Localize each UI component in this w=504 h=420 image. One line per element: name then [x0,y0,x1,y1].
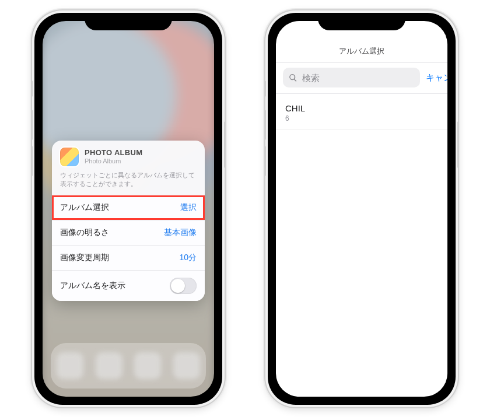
notch [85,13,172,30]
row-interval-label: 画像変更周期 [60,253,109,263]
row-interval-value: 10分 [179,253,197,263]
power-button [224,121,225,168]
popup-title: PHOTO ALBUM [85,149,142,158]
album-count: 6 [285,114,438,123]
album-list: CHIL 6 [276,94,447,130]
volume-down [32,146,33,176]
volume-up [32,110,33,140]
album-name: CHIL [285,103,438,114]
search-input[interactable] [301,72,414,83]
row-show-album-name[interactable]: アルバム名を表示 [52,271,205,301]
row-interval[interactable]: 画像変更周期 10分 [52,246,205,271]
show-album-name-toggle[interactable] [170,278,197,294]
list-item[interactable]: CHIL 6 [276,99,447,130]
mute-switch [265,80,266,97]
app-icon [60,148,79,166]
row-brightness-label: 画像の明るさ [60,228,109,238]
volume-up [265,110,266,140]
row-album-select-label: アルバム選択 [60,202,109,213]
cancel-button[interactable]: キャンセル [426,72,447,83]
row-brightness-value: 基本画像 [164,228,197,238]
power-button [457,121,458,168]
notch [318,13,405,30]
volume-down [265,146,266,176]
search-field[interactable] [283,68,420,88]
row-album-select-value: 選択 [180,202,197,213]
toggle-knob [171,279,185,293]
navbar-title: アルバム選択 [339,46,384,57]
mute-switch [32,80,33,97]
popup-subtitle: Photo Album [85,158,142,165]
phone-mock-left: PHOTO ALBUM Photo Album ウィジェットごとに異なるアルバム… [32,10,225,407]
row-album-select[interactable]: アルバム選択 選択 [52,195,205,220]
dock-blur [51,343,206,388]
phone-mock-right: アルバム選択 キャンセル CHIL 6 [265,10,458,407]
row-brightness[interactable]: 画像の明るさ 基本画像 [52,220,205,246]
popup-description: ウィジェットごとに異なるアルバムを選択して表示することができます。 [52,170,205,195]
row-show-album-name-label: アルバム名を表示 [60,281,125,291]
search-icon [289,74,298,82]
widget-settings-popup: PHOTO ALBUM Photo Album ウィジェットごとに異なるアルバム… [52,141,205,301]
